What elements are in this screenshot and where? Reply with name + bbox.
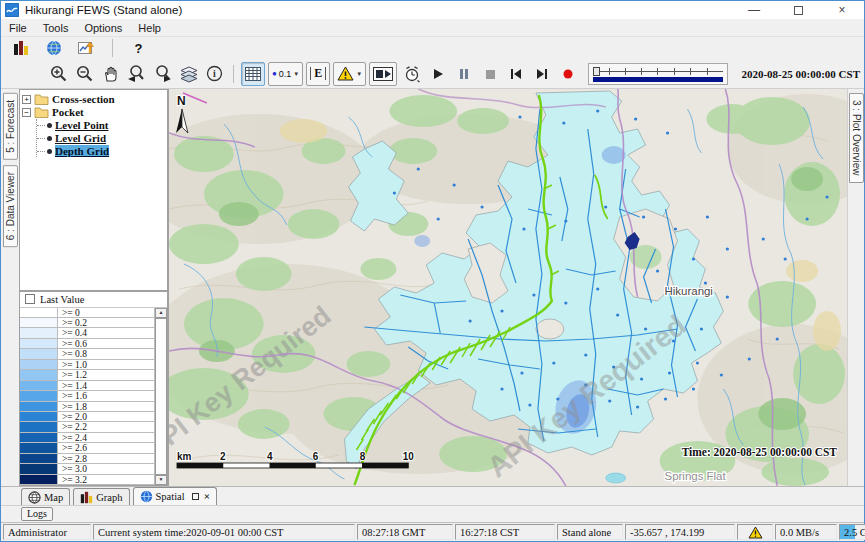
profile-display-button[interactable] bbox=[75, 37, 98, 60]
slider-line bbox=[593, 71, 723, 72]
tab-forecast[interactable]: 5 : Forecast bbox=[3, 93, 18, 160]
logs-row: Logs bbox=[1, 505, 864, 522]
app-logo-icon bbox=[5, 3, 19, 17]
pause-button[interactable] bbox=[452, 62, 475, 85]
animation-settings-button[interactable] bbox=[400, 62, 423, 85]
legend-color-swatch bbox=[20, 349, 58, 358]
map-panel[interactable]: API Key Required bbox=[169, 89, 847, 486]
plot-tree: + Cross-section − Pocket Level Point bbox=[19, 89, 168, 291]
legend-row[interactable]: >= 0.2 bbox=[20, 318, 154, 328]
legend-row-label: >= 0.2 bbox=[58, 318, 154, 327]
close-tab-icon[interactable]: × bbox=[204, 491, 210, 502]
skip-to-end-button[interactable] bbox=[530, 62, 553, 85]
play-button[interactable] bbox=[426, 62, 449, 85]
tab-data-viewer[interactable]: 6 : Data Viewer bbox=[3, 165, 18, 247]
info-button[interactable]: i bbox=[203, 62, 226, 85]
scroll-up-icon[interactable]: ▲ bbox=[155, 308, 167, 318]
legend-row[interactable]: >= 2.2 bbox=[20, 422, 154, 432]
legend-scrollbar[interactable]: ▲ ▼ bbox=[154, 308, 167, 485]
tab-plot-overview[interactable]: 3 : Plot Overview bbox=[849, 93, 864, 183]
legend-row[interactable]: >= 1.8 bbox=[20, 402, 154, 412]
collapse-icon[interactable]: − bbox=[22, 108, 31, 117]
tree-item-label: Pocket bbox=[52, 106, 84, 118]
skip-end-icon bbox=[535, 67, 549, 81]
undock-icon[interactable] bbox=[192, 493, 199, 500]
wireframe-globe-icon bbox=[28, 491, 41, 504]
zoom-previous-button[interactable] bbox=[125, 62, 148, 85]
status-warning[interactable] bbox=[737, 524, 773, 540]
tab-graph[interactable]: Graph bbox=[73, 488, 129, 505]
legend-row[interactable]: >= 1.0 bbox=[20, 360, 154, 370]
scrollbar-thumb[interactable] bbox=[155, 318, 167, 475]
last-value-checkbox[interactable] bbox=[25, 294, 35, 304]
menu-file[interactable]: File bbox=[9, 22, 27, 34]
logs-button[interactable]: Logs bbox=[21, 507, 53, 521]
record-button[interactable] bbox=[556, 62, 579, 85]
legend-row[interactable]: >= 0.4 bbox=[20, 328, 154, 338]
zoom-out-button[interactable] bbox=[73, 62, 96, 85]
scalebar-tick: 4 bbox=[267, 451, 273, 462]
skip-to-start-button[interactable] bbox=[504, 62, 527, 85]
tree-item-depth-grid[interactable]: Depth Grid bbox=[37, 145, 165, 157]
zoom-next-button[interactable] bbox=[151, 62, 174, 85]
legend-row[interactable]: >= 3.0 bbox=[20, 464, 154, 474]
tab-map[interactable]: Map bbox=[21, 488, 70, 505]
legend-color-swatch bbox=[20, 422, 58, 431]
locality-label: Springs Flat bbox=[665, 470, 727, 482]
zoom-in-button[interactable] bbox=[47, 62, 70, 85]
legend-row[interactable]: >= 1.2 bbox=[20, 370, 154, 380]
legend-row[interactable]: >= 2.6 bbox=[20, 443, 154, 453]
toolbar-separator bbox=[233, 65, 234, 83]
time-slider-track[interactable] bbox=[593, 67, 723, 75]
close-button[interactable]: × bbox=[820, 1, 864, 19]
legend-color-swatch bbox=[20, 318, 58, 327]
legend-color-swatch bbox=[20, 402, 58, 411]
pan-button[interactable] bbox=[99, 62, 122, 85]
menu-tools[interactable]: Tools bbox=[43, 22, 69, 34]
slider-tick bbox=[674, 68, 675, 75]
tree-item-cross-section[interactable]: + Cross-section bbox=[22, 93, 165, 105]
database-display-button[interactable] bbox=[9, 37, 32, 60]
globe-icon bbox=[140, 490, 153, 503]
time-slider[interactable] bbox=[588, 63, 728, 85]
legend-row[interactable]: >= 2.4 bbox=[20, 433, 154, 443]
legend-row[interactable]: >= 2.8 bbox=[20, 454, 154, 464]
minimize-button[interactable]: — bbox=[732, 1, 776, 19]
legend-row[interactable]: >= 1.6 bbox=[20, 391, 154, 401]
legend-row[interactable]: >= 0.6 bbox=[20, 339, 154, 349]
menu-options[interactable]: Options bbox=[84, 22, 122, 34]
tab-graph-label: Graph bbox=[96, 492, 122, 503]
legend-color-swatch bbox=[20, 308, 58, 317]
legend-table: >= 0>= 0.2>= 0.4>= 0.6>= 0.8>= 1.0>= 1.2… bbox=[20, 308, 154, 485]
contour-threshold-dropdown[interactable]: ● 0.1 ▼ bbox=[268, 62, 303, 86]
legend-row[interactable]: >= 2.0 bbox=[20, 412, 154, 422]
tree-item-level-grid[interactable]: Level Grid bbox=[37, 132, 165, 144]
scroll-down-icon[interactable]: ▼ bbox=[155, 475, 167, 485]
legend-row[interactable]: >= 1.4 bbox=[20, 381, 154, 391]
expand-icon[interactable]: + bbox=[22, 95, 31, 104]
spatial-display-button[interactable] bbox=[42, 37, 65, 60]
right-tab-strip: 3 : Plot Overview bbox=[847, 89, 864, 486]
legend-row-label: >= 1.8 bbox=[58, 402, 154, 411]
label-toggle-button[interactable]: E bbox=[306, 62, 330, 86]
slider-thumb[interactable] bbox=[593, 67, 600, 76]
maximize-button[interactable] bbox=[776, 1, 820, 19]
status-memory-gauge[interactable]: 2.5 GB bbox=[839, 524, 865, 540]
stop-button[interactable] bbox=[478, 62, 501, 85]
help-button[interactable]: ? bbox=[127, 37, 150, 60]
memory-value: 2.5 GB bbox=[844, 527, 865, 538]
legend-row[interactable]: >= 0 bbox=[20, 308, 154, 318]
legend-row-label: >= 0.4 bbox=[58, 328, 154, 337]
menu-help[interactable]: Help bbox=[138, 22, 161, 34]
warning-layer-dropdown[interactable]: ▼ bbox=[333, 62, 366, 86]
map-canvas[interactable]: API Key Required bbox=[169, 89, 847, 486]
legend-row[interactable]: >= 0.8 bbox=[20, 349, 154, 359]
tree-item-pocket[interactable]: − Pocket bbox=[22, 106, 165, 118]
tab-spatial[interactable]: Spatial × bbox=[133, 487, 217, 505]
legend-row[interactable]: >= 3.2 bbox=[20, 475, 154, 485]
movie-export-button[interactable] bbox=[369, 62, 397, 86]
grid-display-button[interactable] bbox=[241, 62, 265, 86]
layers-button[interactable] bbox=[177, 62, 200, 85]
legend-color-swatch bbox=[20, 381, 58, 390]
tree-item-level-point[interactable]: Level Point bbox=[37, 119, 165, 131]
